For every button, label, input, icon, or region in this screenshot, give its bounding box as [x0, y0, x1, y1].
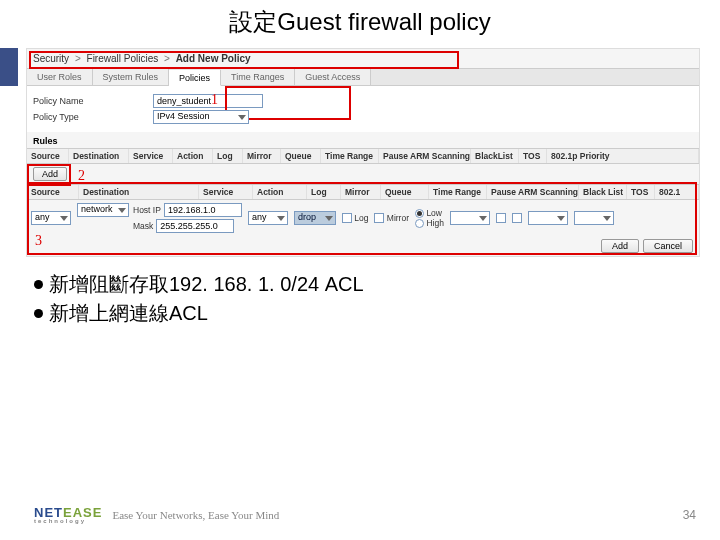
log-group: Log: [342, 213, 369, 224]
hdr2-pause-arm: Pause ARM Scanning: [487, 185, 579, 199]
time-range-select[interactable]: [450, 211, 490, 225]
chevron-right-icon: >: [75, 53, 81, 64]
hdr2-mirror: Mirror: [341, 185, 381, 199]
hdr2-blacklist: Black List: [579, 185, 627, 199]
rule-edit-row: any network Host IP Mask any drop: [27, 200, 699, 236]
hdr2-source: Source: [27, 185, 79, 199]
hdr-queue: Queue: [281, 149, 321, 163]
mirror-checkbox[interactable]: [374, 213, 384, 223]
crumb-policies[interactable]: Firewall Policies: [87, 53, 159, 64]
hdr-blacklist: BlackList: [471, 149, 519, 163]
hdr2-destination: Destination: [79, 185, 199, 199]
queue-group: Low High: [415, 208, 444, 229]
policy-name-label: Policy Name: [33, 96, 153, 106]
bullet-icon: [34, 280, 43, 289]
rule-button-row: Add Cancel: [27, 236, 699, 256]
priority-select[interactable]: [574, 211, 614, 225]
tab-guest-access[interactable]: Guest Access: [295, 69, 371, 85]
footer: NETEASE technology Ease Your Networks, E…: [34, 505, 696, 524]
log-checkbox[interactable]: [342, 213, 352, 223]
tab-bar: User Roles System Rules Policies Time Ra…: [27, 68, 699, 86]
source-select[interactable]: any: [31, 211, 71, 225]
hdr-8021p: 802.1p Priority: [547, 149, 699, 163]
hdr2-8021: 802.1: [655, 185, 699, 199]
hdr-source: Source: [27, 149, 69, 163]
rule-cancel-button[interactable]: Cancel: [643, 239, 693, 253]
side-stripe: [0, 48, 18, 86]
rule-edit-header: Source Destination Service Action Log Mi…: [27, 184, 699, 200]
hdr-action: Action: [173, 149, 213, 163]
mask-label: Mask: [133, 221, 153, 231]
dest-host-block: Host IP Mask: [133, 203, 242, 233]
hdr-pause-arm: Pause ARM Scanning: [379, 149, 471, 163]
policy-type-label: Policy Type: [33, 112, 153, 122]
pause-arm-checkbox[interactable]: [496, 213, 506, 223]
hdr2-tos: TOS: [627, 185, 655, 199]
slide-title: 設定Guest firewall policy: [0, 0, 720, 48]
hdr2-log: Log: [307, 185, 341, 199]
action-select[interactable]: drop: [294, 211, 336, 225]
host-ip-label: Host IP: [133, 205, 161, 215]
tos-select[interactable]: [528, 211, 568, 225]
crumb-add-new: Add New Policy: [176, 53, 251, 64]
bullet-1: 新增阻斷存取192. 168. 1. 0/24 ACL: [49, 271, 364, 298]
rules-header: Source Destination Service Action Log Mi…: [27, 148, 699, 164]
bullets: 新增阻斷存取192. 168. 1. 0/24 ACL 新增上網連線ACL: [34, 271, 686, 327]
tab-user-roles[interactable]: User Roles: [27, 69, 93, 85]
hdr2-queue: Queue: [381, 185, 429, 199]
mask-input[interactable]: [156, 219, 234, 233]
tab-system-rules[interactable]: System Rules: [93, 69, 170, 85]
form-area: 1 Policy Name Policy Type IPv4 Session: [27, 86, 699, 132]
crumb-security[interactable]: Security: [33, 53, 69, 64]
hdr-time-range: Time Range: [321, 149, 379, 163]
hdr-service: Service: [129, 149, 173, 163]
hdr2-service: Service: [199, 185, 253, 199]
firewall-policy-panel: Security > Firewall Policies > Add New P…: [26, 48, 700, 257]
bullet-2: 新增上網連線ACL: [49, 300, 208, 327]
annot-2: 2: [78, 168, 85, 184]
breadcrumb: Security > Firewall Policies > Add New P…: [27, 49, 699, 68]
queue-low-label: Low: [426, 208, 442, 218]
logo: NETEASE technology: [34, 505, 102, 524]
host-ip-input[interactable]: [164, 203, 242, 217]
hdr-mirror: Mirror: [243, 149, 281, 163]
dest-type-select[interactable]: network: [77, 203, 129, 217]
policy-type-select[interactable]: IPv4 Session: [153, 110, 249, 124]
tab-policies[interactable]: Policies: [169, 70, 221, 86]
service-select[interactable]: any: [248, 211, 288, 225]
hdr-tos: TOS: [519, 149, 547, 163]
mirror-group: Mirror: [374, 213, 409, 224]
queue-low-radio[interactable]: [415, 209, 424, 218]
queue-high-radio[interactable]: [415, 219, 424, 228]
log-label: Log: [354, 213, 368, 223]
add-rule-button[interactable]: Add: [33, 167, 67, 181]
page-number: 34: [683, 508, 696, 522]
hdr2-action: Action: [253, 185, 307, 199]
chevron-right-icon: >: [164, 53, 170, 64]
policy-name-input[interactable]: [153, 94, 263, 108]
hdr2-time-range: Time Range: [429, 185, 487, 199]
hdr-log: Log: [213, 149, 243, 163]
rule-add-button[interactable]: Add: [601, 239, 639, 253]
rules-label: Rules: [27, 132, 699, 148]
tagline: Ease Your Networks, Ease Your Mind: [112, 509, 279, 521]
bullet-icon: [34, 309, 43, 318]
queue-high-label: High: [426, 218, 443, 228]
mirror-label: Mirror: [387, 213, 409, 223]
blacklist-checkbox[interactable]: [512, 213, 522, 223]
tab-time-ranges[interactable]: Time Ranges: [221, 69, 295, 85]
hdr-destination: Destination: [69, 149, 129, 163]
